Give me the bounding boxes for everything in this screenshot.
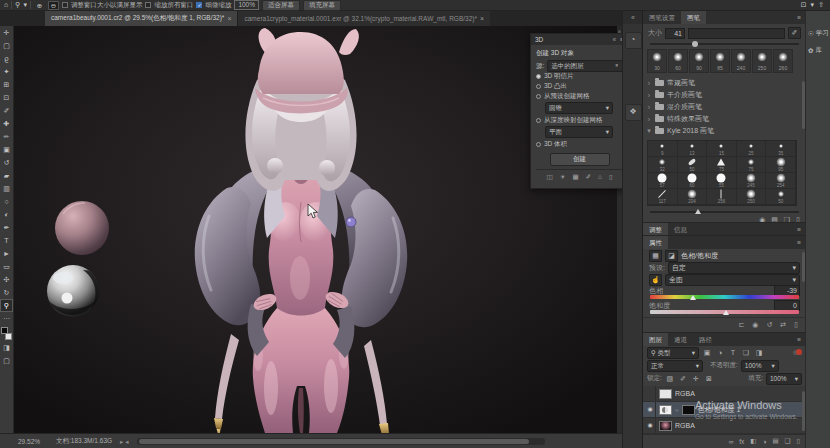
history-panel-icon[interactable]: ◔ bbox=[625, 32, 642, 49]
lights-filter-icon[interactable]: ☀ bbox=[560, 173, 566, 181]
delete-layer-icon[interactable]: ▯ bbox=[796, 437, 800, 445]
fill-screen-button[interactable]: 填充屏幕 bbox=[303, 0, 341, 11]
brush-preset[interactable]: 85 bbox=[710, 49, 730, 73]
brush-preset[interactable]: 60 bbox=[678, 173, 708, 189]
mesh-filter-icon[interactable]: ▦ bbox=[572, 173, 578, 181]
radio-3d-postcard[interactable] bbox=[536, 74, 541, 79]
scrubby-zoom-checkbox[interactable]: ✓ bbox=[196, 2, 202, 8]
lock-position-icon[interactable]: ✛ bbox=[691, 375, 701, 383]
adjustment-layer-thumbnail[interactable] bbox=[659, 405, 672, 415]
preset-select[interactable]: 自定 ▾ bbox=[668, 262, 800, 274]
brush-preset[interactable]: 32 bbox=[648, 157, 678, 173]
document-tab-inactive[interactable]: camera1crypto_material.0001.exr @ 32.1%(… bbox=[237, 11, 490, 26]
3d-panel-header[interactable]: 3D « ≡ bbox=[531, 34, 622, 45]
lasso-tool[interactable]: ϱ bbox=[0, 52, 13, 65]
filter-toggle[interactable] bbox=[793, 350, 802, 355]
brush-preset[interactable]: 13 bbox=[678, 141, 708, 157]
zoom-percentage[interactable]: 29.52% bbox=[18, 438, 40, 445]
crop-tool[interactable]: ⊞ bbox=[0, 78, 13, 91]
quick-mask-button[interactable]: ◨ bbox=[0, 341, 13, 354]
view-previous-state-icon[interactable]: ⇄ bbox=[780, 321, 786, 329]
brush-preset[interactable]: 95 bbox=[766, 157, 796, 173]
more-tools-button[interactable]: ⋯ bbox=[0, 312, 13, 325]
brush-tool[interactable]: ✏ bbox=[0, 130, 13, 143]
filter-shape-layers-icon[interactable]: ❏ bbox=[741, 349, 751, 357]
brush-preset[interactable]: 254 bbox=[766, 173, 796, 189]
mesh-preset-select[interactable]: 圆锥 ▾ bbox=[545, 102, 613, 114]
layer-row[interactable]: RGBA bbox=[643, 386, 806, 402]
hue-slider[interactable] bbox=[650, 295, 799, 299]
pressure-pen-icon[interactable]: ✐ bbox=[788, 27, 801, 39]
lock-transparency-icon[interactable]: ▨ bbox=[665, 375, 675, 383]
slider-knob[interactable] bbox=[692, 41, 698, 47]
filter-type-layers-icon[interactable]: T bbox=[728, 349, 738, 356]
zoom-tool[interactable]: ⚲ bbox=[0, 299, 13, 312]
source-select[interactable]: 选中的图层 ≡ bbox=[547, 60, 622, 72]
delete-icon[interactable]: ▯ bbox=[794, 321, 798, 329]
opacity-field[interactable]: 100% ▾ bbox=[741, 360, 779, 372]
zoom-out-button[interactable]: ⊖ bbox=[48, 1, 59, 10]
brush-preset[interactable]: 250 bbox=[752, 49, 772, 73]
brush-size-field[interactable] bbox=[688, 28, 785, 39]
background-color-swatch[interactable] bbox=[5, 333, 12, 340]
filter-adjustment-layers-icon[interactable]: ◑ bbox=[715, 349, 725, 356]
brush-preset[interactable]: 245 bbox=[737, 173, 767, 189]
collapse-icon[interactable]: « bbox=[613, 36, 617, 43]
tab-channels[interactable]: 通道 bbox=[668, 333, 693, 346]
slider-thumb[interactable] bbox=[723, 310, 729, 315]
type-tool[interactable]: T bbox=[0, 234, 13, 247]
panel-menu-icon[interactable]: ≡ bbox=[792, 11, 806, 24]
brush-preset[interactable]: 50 bbox=[766, 189, 796, 205]
environment-filter-icon[interactable]: ⌂ bbox=[598, 173, 602, 181]
brush-preset[interactable]: 240 bbox=[731, 49, 751, 73]
brush-preset[interactable]: 117 bbox=[648, 189, 678, 205]
fill-field[interactable]: 100% ▾ bbox=[766, 373, 802, 385]
visibility-eye-icon[interactable]: ◉ bbox=[752, 321, 758, 329]
blend-mode-select[interactable]: 正常 ▾ bbox=[647, 360, 703, 372]
filter-pixel-layers-icon[interactable]: ▣ bbox=[702, 349, 712, 357]
pen-tool[interactable]: ✒ bbox=[0, 221, 13, 234]
expand-panels-icon[interactable]: « bbox=[623, 11, 643, 24]
blur-tool[interactable]: ○ bbox=[0, 195, 13, 208]
color-swatches[interactable] bbox=[0, 327, 13, 341]
clone-stamp-tool[interactable]: ▣ bbox=[0, 143, 13, 156]
lock-pixels-icon[interactable]: ✐ bbox=[678, 375, 688, 383]
magic-wand-tool[interactable]: ✦ bbox=[0, 65, 13, 78]
rotate-view-tool[interactable]: ↻ bbox=[0, 286, 13, 299]
frame-tool[interactable]: ⊡ bbox=[0, 91, 13, 104]
new-layer-icon[interactable]: ❑ bbox=[785, 437, 791, 445]
marquee-tool[interactable]: ▢ bbox=[0, 39, 13, 52]
zoom-tool-icon[interactable]: ⚲ bbox=[15, 0, 20, 10]
fit-screen-button[interactable]: 适合屏幕 bbox=[262, 0, 300, 11]
zoom-in-button[interactable]: ⊕ bbox=[34, 1, 45, 10]
tab-properties[interactable]: 属性 bbox=[643, 236, 668, 249]
tab-layers[interactable]: 图层 bbox=[643, 333, 668, 346]
resize-windows-checkbox[interactable] bbox=[62, 2, 68, 8]
tab-brush-settings[interactable]: 画笔设置 bbox=[643, 11, 681, 24]
panel-menu-icon[interactable]: ≡ bbox=[792, 333, 806, 346]
brush-folder[interactable]: ›特殊效果画笔 bbox=[646, 113, 803, 125]
gradient-tool[interactable]: ▥ bbox=[0, 182, 13, 195]
close-icon[interactable]: × bbox=[480, 15, 484, 22]
brush-preset[interactable]: 55 bbox=[707, 173, 737, 189]
materials-filter-icon[interactable]: ✐ bbox=[586, 173, 591, 181]
dodge-tool[interactable]: ◐ bbox=[0, 208, 13, 221]
foreground-color-swatch[interactable] bbox=[1, 327, 8, 334]
layer-row[interactable]: ◉ RGBA bbox=[643, 418, 806, 434]
scene-filter-icon[interactable]: ◫ bbox=[546, 173, 552, 181]
brush-folder[interactable]: ›干介质画笔 bbox=[646, 89, 803, 101]
eyedropper-tool[interactable]: ✐ bbox=[0, 104, 13, 117]
brush-preset[interactable]: 75 bbox=[737, 157, 767, 173]
radio-mesh-preset[interactable] bbox=[536, 94, 541, 99]
adjustment-grid-icon[interactable]: ▦ bbox=[649, 250, 662, 262]
brush-preset[interactable]: 57 bbox=[648, 173, 678, 189]
layer-filter-select[interactable]: ⚲ 类型 ▾ bbox=[647, 347, 699, 359]
tab-paths[interactable]: 路径 bbox=[693, 333, 718, 346]
panel-menu-icon[interactable]: ≡ bbox=[792, 236, 806, 249]
brush-preset[interactable]: 75 bbox=[707, 157, 737, 173]
brush-preset[interactable]: 9 bbox=[648, 141, 678, 157]
brush-preset[interactable]: 50 bbox=[678, 157, 708, 173]
chevron-down-icon[interactable]: ▾ bbox=[811, 0, 815, 10]
adjustment-badge-icon[interactable]: ◪ bbox=[665, 250, 678, 262]
learn-panel-button[interactable]: ☉ 学习 bbox=[806, 25, 830, 42]
